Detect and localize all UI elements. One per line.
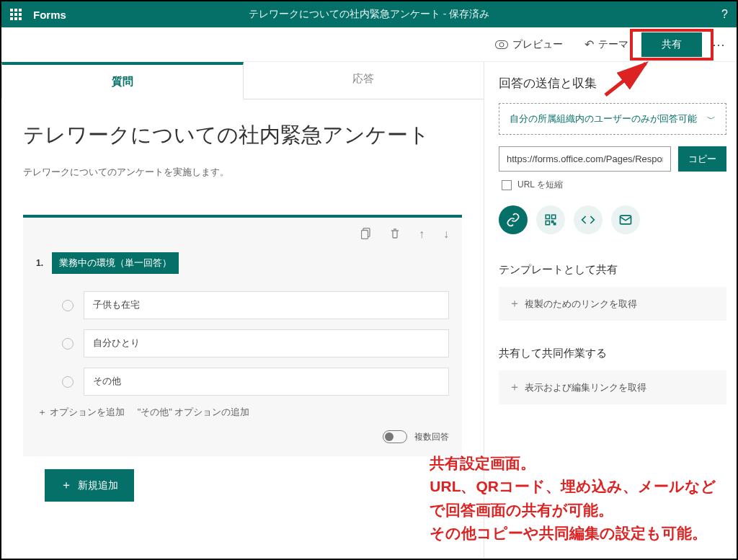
form-body: テレワークについての社内緊急アンケート テレワークについてのアンケートを実施しま… — [1, 99, 484, 559]
form-title[interactable]: テレワークについての社内緊急アンケート — [23, 120, 462, 150]
add-question-button[interactable]: ＋ 新規追加 — [45, 469, 134, 502]
svg-rect-4 — [552, 215, 556, 218]
preview-label: プレビュー — [512, 38, 563, 51]
options-list: 子供も在宅 自分ひとり その他 — [62, 291, 449, 396]
chevron-down-icon: ﹀ — [707, 113, 716, 125]
share-button[interactable]: 共有 — [641, 32, 702, 57]
collab-share-section: 共有して共同作業する ＋表示および編集リンクを取得 — [499, 347, 726, 404]
share-panel: 回答の送信と収集 自分の所属組織内のユーザーのみが回答可能 ﹀ コピー URL … — [484, 62, 737, 559]
plus-icon: ＋ — [509, 381, 520, 393]
tab-responses[interactable]: 応答 — [244, 62, 484, 99]
more-button[interactable]: ⋯ — [706, 32, 731, 57]
permission-label: 自分の所属組織内のユーザーのみが回答可能 — [510, 112, 697, 125]
share-panel-title: 回答の送信と収集 — [499, 75, 726, 92]
eye-icon — [495, 40, 508, 49]
template-share-section: テンプレートとして共有 ＋複製のためのリンクを取得 — [499, 263, 726, 321]
option-input[interactable]: 子供も在宅 — [84, 291, 449, 319]
shorten-url-checkbox[interactable]: URL を短縮 — [499, 179, 726, 191]
form-description[interactable]: テレワークについてのアンケートを実施します。 — [23, 166, 462, 179]
brand-label: Forms — [33, 9, 66, 21]
main-area: 質問 応答 テレワークについての社内緊急アンケート テレワークについてのアンケー… — [1, 62, 737, 559]
question-toolbar: ↑ ↓ — [36, 228, 449, 242]
radio-icon — [62, 376, 74, 388]
share-url-input[interactable] — [499, 146, 671, 172]
template-share-title: テンプレートとして共有 — [499, 263, 726, 277]
get-template-link-button[interactable]: ＋複製のためのリンクを取得 — [499, 287, 726, 321]
checkbox-icon — [502, 180, 512, 190]
theme-button[interactable]: テーマ — [576, 33, 637, 55]
add-other-option-button[interactable]: "その他" オプションの追加 — [138, 406, 250, 419]
theme-label: テーマ — [598, 38, 628, 51]
document-title: テレワークについての社内緊急アンケート - 保存済み — [249, 8, 489, 21]
share-embed-icon[interactable] — [574, 205, 603, 234]
option-item: 子供も在宅 — [62, 291, 449, 319]
svg-rect-6 — [552, 221, 554, 223]
preview-button[interactable]: プレビュー — [486, 34, 572, 55]
multi-answer-label: 複数回答 — [414, 431, 449, 443]
add-question-label: 新規追加 — [78, 479, 118, 492]
add-option-button[interactable]: ＋ オプションを追加 — [37, 406, 125, 419]
share-link-icon[interactable] — [499, 205, 528, 234]
share-qr-icon[interactable] — [536, 205, 565, 234]
share-email-icon[interactable] — [611, 205, 640, 234]
collab-share-title: 共有して共同作業する — [499, 347, 726, 360]
get-collab-link-button[interactable]: ＋表示および編集リンクを取得 — [499, 370, 726, 404]
plus-icon: ＋ — [61, 478, 72, 493]
question-actions: ＋ オプションを追加 "その他" オプションの追加 — [37, 406, 449, 419]
question-card: ↑ ↓ 1. 業務中の環境（単一回答） 子供も在宅 自 — [23, 215, 462, 456]
tab-questions[interactable]: 質問 — [1, 62, 244, 99]
svg-rect-2 — [362, 231, 368, 239]
option-input[interactable]: その他 — [84, 368, 449, 396]
multi-answer-toggle[interactable] — [383, 430, 407, 443]
command-bar: プレビュー テーマ 共有 ⋯ — [1, 27, 737, 62]
svg-rect-5 — [546, 221, 549, 225]
theme-icon — [584, 37, 594, 51]
question-footer: 複数回答 — [36, 425, 449, 443]
question-number: 1. — [36, 258, 43, 268]
svg-rect-7 — [554, 223, 556, 225]
url-row: コピー — [499, 146, 726, 172]
shorten-url-label: URL を短縮 — [517, 179, 563, 191]
form-tabs: 質問 応答 — [1, 62, 484, 99]
option-input[interactable]: 自分ひとり — [84, 329, 449, 357]
permission-selector[interactable]: 自分の所属組織内のユーザーのみが回答可能 ﹀ — [499, 103, 726, 135]
app-launcher-icon[interactable] — [10, 9, 22, 20]
radio-icon — [62, 300, 74, 311]
move-down-icon[interactable]: ↓ — [443, 228, 449, 242]
copy-icon[interactable] — [361, 228, 371, 242]
option-item: その他 — [62, 368, 449, 396]
copy-url-button[interactable]: コピー — [678, 146, 726, 172]
question-title-input[interactable]: 業務中の環境（単一回答） — [52, 252, 179, 274]
move-up-icon[interactable]: ↑ — [419, 228, 424, 242]
option-item: 自分ひとり — [62, 329, 449, 357]
share-method-icons — [499, 205, 726, 234]
plus-icon: ＋ — [509, 297, 520, 309]
delete-icon[interactable] — [390, 228, 400, 242]
radio-icon — [62, 338, 74, 350]
help-icon[interactable]: ? — [721, 8, 728, 21]
form-editor-column: 質問 応答 テレワークについての社内緊急アンケート テレワークについてのアンケー… — [1, 62, 484, 559]
svg-rect-3 — [546, 215, 549, 218]
top-ribbon: Forms テレワークについての社内緊急アンケート - 保存済み ? — [1, 1, 737, 27]
